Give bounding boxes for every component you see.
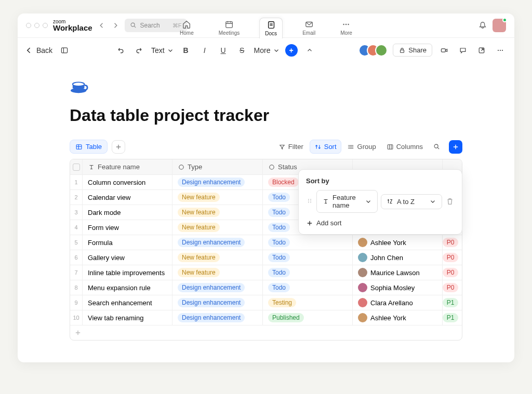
search-icon	[130, 22, 137, 29]
cell-owner[interactable]: Ashlee York	[353, 310, 443, 325]
sidebar-toggle-button[interactable]	[58, 44, 71, 57]
add-view-button[interactable]	[112, 140, 125, 154]
select-icon	[178, 164, 185, 171]
cell-feature-name[interactable]: Formula	[83, 235, 172, 250]
cell-type[interactable]: New feature	[172, 250, 263, 265]
row-index: 3	[70, 205, 83, 220]
sort-field-select[interactable]: Feature name	[316, 190, 378, 213]
app-tab-meetings[interactable]: Meetings	[214, 18, 245, 38]
cell-status[interactable]: Todo	[263, 235, 353, 250]
sort-button[interactable]: Sort	[310, 140, 341, 154]
cell-owner[interactable]: John Chen	[353, 250, 443, 265]
cell-feature-name[interactable]: Search enhancement	[83, 295, 172, 310]
open-externally-button[interactable]	[475, 44, 488, 57]
cell-priority[interactable]: P0	[443, 265, 458, 280]
add-row-button[interactable]	[449, 140, 462, 154]
table-search-button[interactable]	[429, 141, 445, 153]
filter-button[interactable]: Filter	[274, 140, 308, 153]
bell-icon[interactable]	[478, 21, 487, 30]
view-tab-table[interactable]: Table	[70, 140, 108, 154]
cell-feature-name[interactable]: Inline table improvements	[83, 265, 172, 280]
remove-sort-button[interactable]	[445, 197, 455, 206]
cell-status[interactable]: Testing	[263, 295, 353, 310]
undo-button[interactable]	[114, 44, 127, 57]
add-new-row[interactable]	[70, 325, 462, 340]
cell-priority[interactable]: P0	[443, 280, 458, 295]
add-sort-button[interactable]: Add sort	[306, 219, 455, 227]
cell-priority[interactable]: P1	[443, 310, 458, 325]
table-row[interactable]: 5FormulaDesign enhancementTodoAshlee Yor…	[70, 235, 462, 250]
italic-button[interactable]: I	[198, 44, 211, 57]
cell-feature-name[interactable]: Gallery view	[83, 250, 172, 265]
table-row[interactable]: 7Inline table improvementsNew featureTod…	[70, 265, 462, 280]
app-tab-home[interactable]: Home	[175, 18, 199, 38]
table-row[interactable]: 8Menu expansion ruleDesign enhancementTo…	[70, 280, 462, 295]
presence-avatars[interactable]	[358, 44, 388, 57]
video-button[interactable]	[437, 44, 451, 57]
back-button[interactable]: Back	[25, 46, 52, 55]
cell-status[interactable]: Todo	[263, 265, 353, 280]
cell-feature-name[interactable]: View tab renaming	[83, 310, 172, 325]
more-format-dropdown[interactable]: More	[254, 46, 280, 55]
cell-status[interactable]: Published	[263, 310, 353, 325]
cell-feature-name[interactable]: Dark mode	[83, 205, 172, 220]
group-button[interactable]: Group	[343, 140, 380, 153]
doc-title[interactable]: Data table project tracker	[70, 106, 462, 125]
cell-owner[interactable]: Clara Arellano	[353, 295, 443, 310]
cell-feature-name[interactable]: Form view	[83, 220, 172, 235]
cell-type[interactable]: New feature	[172, 220, 263, 235]
select-all-checkbox[interactable]	[73, 164, 80, 171]
cell-feature-name[interactable]: Column conversion	[83, 175, 172, 189]
table-row[interactable]: 9Search enhancementDesign enhancementTes…	[70, 295, 462, 310]
traffic-min[interactable]	[34, 23, 39, 28]
text-style-dropdown[interactable]: Text	[151, 46, 174, 55]
cell-type[interactable]: New feature	[172, 265, 263, 280]
col-type[interactable]: Type	[172, 159, 263, 174]
app-tab-more[interactable]: More	[335, 18, 357, 38]
traffic-close[interactable]	[26, 23, 31, 28]
nav-forward[interactable]	[111, 21, 119, 30]
cell-feature-name[interactable]: Menu expansion rule	[83, 280, 172, 295]
avatar	[358, 298, 367, 307]
cell-priority[interactable]: P0	[443, 235, 458, 250]
overflow-menu-button[interactable]	[494, 44, 507, 57]
cell-type[interactable]: Design enhancement	[172, 295, 263, 310]
cell-status[interactable]: Todo	[263, 280, 353, 295]
table-row[interactable]: 10View tab renamingDesign enhancementPub…	[70, 310, 462, 325]
cell-priority[interactable]: P1	[443, 295, 458, 310]
comment-button[interactable]	[456, 44, 470, 57]
row-index: 7	[70, 265, 83, 280]
table-row[interactable]: 6Gallery viewNew featureTodoJohn ChenP0	[70, 250, 462, 265]
row-index: 2	[70, 190, 83, 205]
row-index: 4	[70, 220, 83, 235]
cell-status[interactable]: Todo	[263, 250, 353, 265]
insert-button[interactable]: +	[285, 44, 298, 57]
share-button[interactable]: Share	[393, 44, 432, 57]
traffic-max[interactable]	[43, 23, 48, 28]
cell-type[interactable]: New feature	[172, 205, 263, 220]
user-avatar[interactable]	[493, 19, 506, 32]
app-tab-docs[interactable]: Docs	[259, 18, 283, 38]
cell-owner[interactable]: Sophia Mosley	[353, 280, 443, 295]
sort-direction-select[interactable]: A to Z	[381, 194, 442, 209]
nav-back[interactable]	[98, 21, 106, 30]
bold-button[interactable]: B	[179, 44, 193, 57]
cell-owner[interactable]: Ashlee York	[353, 235, 443, 250]
columns-button[interactable]: Columns	[382, 140, 427, 153]
cell-owner[interactable]: Maurice Lawson	[353, 265, 443, 280]
redo-button[interactable]	[132, 44, 146, 57]
cell-priority[interactable]: P0	[443, 250, 458, 265]
col-feature-name[interactable]: Feature name	[83, 159, 172, 174]
cell-type[interactable]: Design enhancement	[172, 235, 263, 250]
sort-grip-handle[interactable]	[306, 197, 313, 206]
app-tab-email[interactable]: Email	[297, 18, 321, 38]
cell-type[interactable]: Design enhancement	[172, 310, 263, 325]
cell-type[interactable]: Design enhancement	[172, 280, 263, 295]
sort-icon	[314, 143, 322, 151]
underline-button[interactable]: U	[217, 44, 230, 57]
strike-button[interactable]: S	[235, 44, 249, 57]
cell-type[interactable]: New feature	[172, 190, 263, 205]
cell-type[interactable]: Design enhancement	[172, 175, 263, 189]
cell-feature-name[interactable]: Calendar view	[83, 190, 172, 205]
collapse-toolbar-button[interactable]	[303, 44, 316, 57]
